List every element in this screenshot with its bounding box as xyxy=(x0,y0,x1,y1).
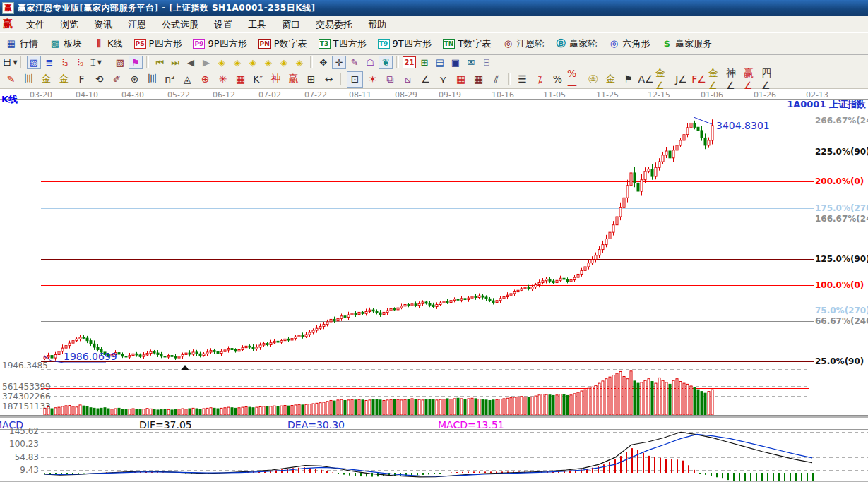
sectors-button[interactable]: ▩板块 xyxy=(44,35,88,52)
candle-style-button[interactable]: ⌶▼ xyxy=(89,56,103,69)
bars-3-icon[interactable]: ⫶₃ xyxy=(58,56,72,69)
square-handle-icon[interactable]: ⊡ xyxy=(347,71,363,88)
menu-item-6[interactable]: 设置 xyxy=(206,19,240,30)
gold-line-icon[interactable]: 金 xyxy=(602,71,619,88)
gann-level-label: 200.0%(0) xyxy=(815,176,864,186)
f-comb-icon[interactable]: F xyxy=(73,71,90,88)
diamond-h-icon[interactable]: ◈ xyxy=(246,56,260,69)
circle-cross-icon[interactable]: ⊕ xyxy=(197,71,213,88)
diamond-plus-icon[interactable]: ◈ xyxy=(292,56,307,69)
target-circle-icon[interactable]: ⊛ xyxy=(126,71,143,88)
rays-fan-icon[interactable]: ⧅ xyxy=(400,71,416,88)
diamond-star-icon[interactable]: ◈ xyxy=(277,56,291,69)
export-icon[interactable]: ✉ xyxy=(464,56,478,69)
prev-button[interactable]: ◀ xyxy=(184,56,198,69)
grid-red2-icon[interactable]: ▦ xyxy=(470,71,487,88)
9t-square-button[interactable]: T99T四方形 xyxy=(372,35,437,52)
menu-item-9[interactable]: 交易委托 xyxy=(308,19,360,30)
spiral-icon[interactable]: ⟲ xyxy=(91,71,107,88)
gann-tool-icon[interactable]: ☖ xyxy=(363,56,377,69)
rays-icon[interactable]: ✶ xyxy=(364,71,381,88)
menu-item-10[interactable]: 帮助 xyxy=(360,19,394,30)
pen-tool-icon[interactable]: ✎ xyxy=(3,71,19,88)
pc-icon[interactable]: ⌸ xyxy=(480,56,494,69)
web-grid-icon[interactable]: ▦ xyxy=(232,71,249,88)
last-page-button[interactable]: ⏭ xyxy=(168,56,182,69)
menu-item-2[interactable]: 浏览 xyxy=(52,19,86,30)
menu-item-5[interactable]: 公式选股 xyxy=(154,19,206,30)
chart-canvas[interactable] xyxy=(0,89,868,482)
four-angle-icon[interactable]: 四∠ xyxy=(761,71,778,88)
period-daily-button[interactable]: 日▼ xyxy=(3,56,17,69)
draw-flag-icon[interactable]: ⚑ xyxy=(129,56,143,69)
v-lines-icon[interactable]: ⋎ xyxy=(435,71,451,88)
date-tick-label: 03-20 xyxy=(30,90,52,100)
win-angle-icon[interactable]: 赢∠ xyxy=(744,71,760,88)
first-page-button[interactable]: ⏮ xyxy=(153,56,167,69)
next-button[interactable]: ▶ xyxy=(199,56,213,69)
9p-square-button[interactable]: P99P四方形 xyxy=(187,35,252,52)
win-comb-icon[interactable]: 赢 xyxy=(285,71,302,88)
diamond-left-icon[interactable]: ◈ xyxy=(215,56,229,69)
bars-9-icon[interactable]: ⫶₉ xyxy=(73,56,88,69)
gold-circle-icon[interactable]: ㊎ xyxy=(585,71,601,88)
pen-flag-icon[interactable]: ⚑ xyxy=(620,71,636,88)
gold-comb-icon[interactable]: 金 xyxy=(38,71,54,88)
slash-lines-icon[interactable]: ⫽ xyxy=(488,71,504,88)
f-angle-red-icon[interactable]: F∠ xyxy=(691,71,707,88)
a-angle-icon[interactable]: A∠ xyxy=(638,71,654,88)
draw-line-icon[interactable]: ✎ xyxy=(347,56,362,69)
grid-red-icon[interactable]: ▦ xyxy=(453,71,469,88)
winner-service-button[interactable]: $赢家服务 xyxy=(655,35,718,52)
menu-item-8[interactable]: 窗口 xyxy=(274,19,308,30)
quotes-button[interactable]: ▦行情 xyxy=(0,35,44,52)
gann-wheel-button[interactable]: ◎江恩轮 xyxy=(497,35,549,52)
calendar-icon[interactable]: 21 xyxy=(403,56,416,68)
winner-wheel-button[interactable]: Ⓑ赢家轮 xyxy=(549,35,602,52)
comb2-icon[interactable]: 卌 xyxy=(144,71,160,88)
diamond-right-icon[interactable]: ◈ xyxy=(230,56,244,69)
menu-item-3[interactable]: 资讯 xyxy=(86,19,120,30)
kline-button[interactable]: ⫼K线 xyxy=(88,35,129,52)
dropdown-caret-icon: ▼ xyxy=(97,59,102,66)
shen-angle-icon[interactable]: 神∠ xyxy=(726,71,742,88)
web-icon[interactable]: ✳ xyxy=(215,71,231,88)
percent-strike-icon[interactable]: ⁒ xyxy=(532,71,548,88)
info-list-icon[interactable]: ≣ xyxy=(42,56,57,69)
p-table-button[interactable]: PNP数字表 xyxy=(253,35,313,52)
gold-comb2-icon[interactable]: 金 xyxy=(56,71,72,88)
brain-icon[interactable]: ❦ xyxy=(379,56,393,69)
pen-chart-icon[interactable]: ✐ xyxy=(109,71,125,88)
ruler-scale-icon[interactable]: ☰ xyxy=(514,71,530,88)
pattern-view-icon[interactable]: ▨ xyxy=(27,56,41,69)
hand-icon[interactable]: ✥ xyxy=(316,56,331,69)
grid-123-icon[interactable]: ⊞ xyxy=(303,71,319,88)
arrows-h-icon[interactable]: ↔ xyxy=(321,71,337,88)
percent-icon[interactable]: % xyxy=(549,71,566,88)
sectors-icon: ▩ xyxy=(49,38,61,49)
notes-icon[interactable]: ▤ xyxy=(433,56,447,69)
p-square-button[interactable]: PSP四方形 xyxy=(129,35,188,52)
save-icon[interactable]: ▣ xyxy=(448,56,463,69)
n2-icon[interactable]: n² xyxy=(162,71,178,88)
pattern-red-icon[interactable]: ▨ xyxy=(113,56,127,69)
k2-icon[interactable]: K″ xyxy=(250,71,266,88)
shen-comb-icon[interactable]: 神 xyxy=(268,71,284,88)
diamond-x-icon[interactable]: ◈ xyxy=(261,56,275,69)
menu-item-7[interactable]: 工具 xyxy=(240,19,274,30)
calculator-icon[interactable]: ⊞ xyxy=(417,56,432,69)
gold-angle-icon[interactable]: 金∠ xyxy=(655,71,672,88)
angle-flag-icon[interactable]: ◬ xyxy=(179,71,196,88)
rays-box-icon[interactable]: ⧉ xyxy=(382,71,398,88)
gold-angle2-icon[interactable]: 金∠ xyxy=(708,71,725,88)
menu-item-4[interactable]: 江恩 xyxy=(120,19,154,30)
menu-item-1[interactable]: 文件 xyxy=(18,19,52,30)
comb-icon[interactable]: 卌 xyxy=(20,71,37,88)
t-square-button[interactable]: T3T四方形 xyxy=(313,35,372,52)
percent-line-icon[interactable]: %— xyxy=(567,71,583,88)
crosshair-icon[interactable]: ✛ xyxy=(332,56,346,69)
t-table-button[interactable]: TNT数字表 xyxy=(437,35,497,52)
j-angle-icon[interactable]: J∠ xyxy=(673,71,689,88)
hexagon-button[interactable]: ◎六角形 xyxy=(602,35,655,52)
angle-lines-icon[interactable]: ∠ xyxy=(417,71,434,88)
